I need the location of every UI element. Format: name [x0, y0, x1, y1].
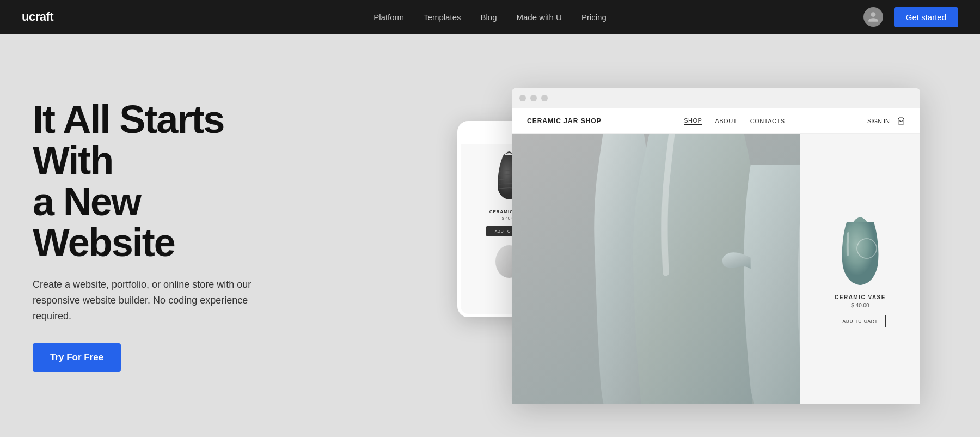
- hero-title: It All Starts With a New Website: [33, 99, 283, 264]
- user-avatar[interactable]: [863, 7, 883, 27]
- hero-section: It All Starts With a New Website Create …: [0, 34, 980, 437]
- add-to-cart-button[interactable]: ADD TO CART: [835, 315, 886, 327]
- website-logo: CERAMIC JAR SHOP: [527, 117, 602, 125]
- try-for-free-button[interactable]: Try For Free: [33, 343, 121, 372]
- nav-pricing[interactable]: Pricing: [581, 13, 607, 22]
- hero-content: It All Starts With a New Website Create …: [0, 99, 283, 372]
- website-nav-about: ABOUT: [715, 118, 737, 124]
- browser-dot-3: [541, 95, 548, 101]
- logo[interactable]: ucraft: [22, 10, 53, 24]
- website-hero-image: CERAMIC VASE $ 40.00 ADD TO CART: [512, 134, 920, 404]
- nav-platform[interactable]: Platform: [373, 13, 404, 22]
- product-price: $ 40.00: [851, 302, 869, 308]
- browser-mockup: CERAMIC JAR SHOP SHOP ABOUT CONTACTS SIG…: [512, 88, 920, 404]
- website-nav-contacts: CONTACTS: [750, 118, 785, 124]
- get-started-button[interactable]: Get started: [894, 7, 958, 27]
- browser-dot-1: [519, 95, 526, 101]
- website-sign-in: SIGN IN: [867, 118, 890, 124]
- navbar-right: Get started: [863, 7, 958, 27]
- nav-links: Platform Templates Blog Made with U Pric…: [373, 13, 607, 22]
- website-nav-links: SHOP ABOUT CONTACTS: [684, 117, 785, 125]
- cart-icon: [897, 117, 905, 125]
- nav-made-with-u[interactable]: Made with U: [517, 13, 562, 22]
- nav-blog[interactable]: Blog: [480, 13, 497, 22]
- hero-subtitle: Create a website, portfolio, or online s…: [33, 277, 261, 324]
- website-nav-right: SIGN IN: [867, 117, 905, 125]
- browser-dot-2: [530, 95, 537, 101]
- user-icon: [867, 11, 879, 23]
- product-vase-image: [828, 211, 893, 288]
- navbar: ucraft Platform Templates Blog Made with…: [0, 0, 980, 34]
- browser-bar: [512, 88, 920, 108]
- website-navbar: CERAMIC JAR SHOP SHOP ABOUT CONTACTS SIG…: [512, 108, 920, 134]
- website-right-panel: CERAMIC VASE $ 40.00 ADD TO CART: [800, 134, 920, 404]
- hero-mockup: CERAMIC VASE $ 40.00 ADD TO CART CERAMIC…: [457, 56, 980, 437]
- product-name: CERAMIC VASE: [835, 294, 886, 300]
- nav-templates[interactable]: Templates: [424, 13, 461, 22]
- browser-content: CERAMIC JAR SHOP SHOP ABOUT CONTACTS SIG…: [512, 108, 920, 404]
- website-nav-shop: SHOP: [684, 117, 702, 125]
